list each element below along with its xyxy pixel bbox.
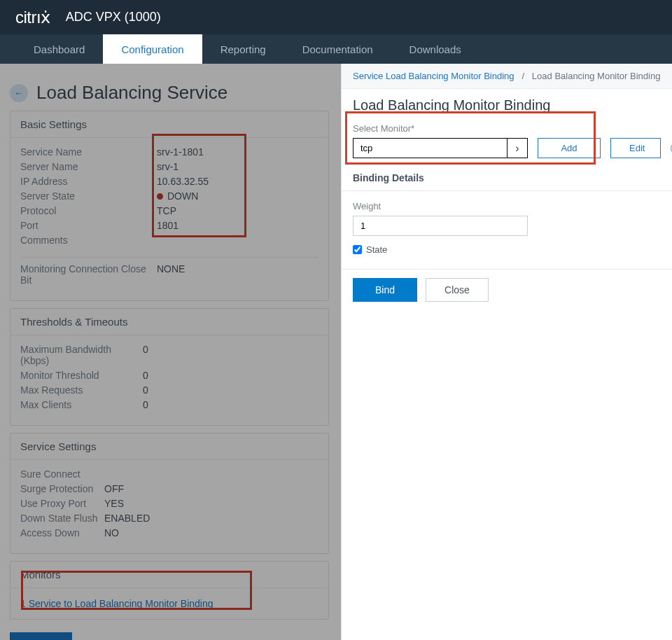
value-server-name: srv-1 xyxy=(157,161,178,172)
close-button[interactable]: Close xyxy=(426,278,489,302)
panel-title: Load Balancing Monitor Binding xyxy=(342,89,672,123)
value-ip-address: 10.63.32.55 xyxy=(157,176,209,187)
breadcrumb-separator: / xyxy=(522,71,524,81)
value-max-clients: 0 xyxy=(143,399,148,410)
add-button[interactable]: Add xyxy=(538,138,601,158)
label-max-requests: Max Requests xyxy=(20,384,143,396)
card-basic-settings: Basic Settings Service Namesrv-1-1801 Se… xyxy=(10,111,329,301)
weight-input[interactable] xyxy=(353,216,528,236)
weight-label: Weight xyxy=(353,201,672,211)
monitor-binding-link[interactable]: 1 Service to Load Balancing Monitor Bind… xyxy=(10,588,328,619)
value-surge-protection: OFF xyxy=(104,483,124,494)
breadcrumb: Service Load Balancing Monitor Binding /… xyxy=(342,64,672,89)
label-max-bandwidth: Maximum Bandwidth (Kbps) xyxy=(20,344,143,366)
select-monitor-label: Select Monitor* xyxy=(353,123,672,134)
value-monitor-threshold: 0 xyxy=(143,370,148,381)
select-monitor-open[interactable]: › xyxy=(507,138,528,158)
value-use-proxy-port: YES xyxy=(104,498,124,509)
label-server-state: Server State xyxy=(20,190,157,202)
value-mcc-bit: NONE xyxy=(157,263,185,286)
label-server-name: Server Name xyxy=(20,161,157,172)
monitors-heading: Monitors xyxy=(10,562,328,588)
basic-settings-heading: Basic Settings xyxy=(10,111,328,138)
service-settings-heading: Service Settings xyxy=(10,433,328,460)
label-mcc-bit: Monitoring Connection Close Bit xyxy=(20,263,157,286)
state-checkbox[interactable] xyxy=(353,245,362,254)
breadcrumb-current: Load Balancing Monitor Binding xyxy=(532,71,661,81)
label-monitor-threshold: Monitor Threshold xyxy=(20,370,143,381)
label-access-down: Access Down xyxy=(20,527,104,538)
label-sure-connect: Sure Connect xyxy=(20,468,104,480)
breadcrumb-link[interactable]: Service Load Balancing Monitor Binding xyxy=(353,71,514,81)
thresholds-heading: Thresholds & Timeouts xyxy=(10,309,328,335)
page-title: Load Balancing Service xyxy=(36,82,227,104)
label-surge-protection: Surge Protection xyxy=(20,483,104,494)
label-ip-address: IP Address xyxy=(20,176,157,187)
product-name: ADC VPX (1000) xyxy=(66,10,161,25)
label-protocol: Protocol xyxy=(20,205,157,216)
logo-text: citrıẋ xyxy=(15,8,50,27)
label-comments: Comments xyxy=(20,235,157,246)
app-header: citrıẋ ADC VPX (1000) xyxy=(0,0,672,34)
done-button[interactable]: Done xyxy=(10,632,72,640)
value-access-down: NO xyxy=(104,527,119,538)
label-max-clients: Max Clients xyxy=(20,399,143,410)
label-port: Port xyxy=(20,220,157,231)
tab-configuration[interactable]: Configuration xyxy=(103,34,202,64)
bind-button[interactable]: Bind xyxy=(353,278,417,302)
tab-downloads[interactable]: Downloads xyxy=(391,34,479,64)
card-monitors: Monitors 1 Service to Load Balancing Mon… xyxy=(10,561,329,620)
main-nav-tabs: Dashboard Configuration Reporting Docume… xyxy=(0,34,672,64)
value-protocol: TCP xyxy=(157,205,176,216)
value-max-requests: 0 xyxy=(143,384,148,396)
right-panel: Service Load Balancing Monitor Binding /… xyxy=(341,64,672,640)
tab-reporting[interactable]: Reporting xyxy=(202,34,284,64)
chevron-right-icon: › xyxy=(515,142,519,155)
select-monitor-input[interactable] xyxy=(353,138,507,158)
value-port: 1801 xyxy=(157,220,178,231)
tab-documentation[interactable]: Documentation xyxy=(284,34,391,64)
arrow-left-icon: ← xyxy=(14,88,24,99)
value-max-bandwidth: 0 xyxy=(143,344,148,366)
state-label: State xyxy=(366,244,387,255)
brand-logo: citrıẋ xyxy=(15,8,50,27)
binding-details-heading: Binding Details xyxy=(353,172,672,188)
back-button[interactable]: ← xyxy=(10,84,28,102)
tab-dashboard[interactable]: Dashboard xyxy=(15,34,103,64)
card-thresholds: Thresholds & Timeouts Maximum Bandwidth … xyxy=(10,308,329,426)
label-service-name: Service Name xyxy=(20,146,157,158)
card-service-settings: Service Settings Sure Connect Surge Prot… xyxy=(10,433,329,554)
edit-button[interactable]: Edit xyxy=(610,138,661,158)
label-down-state-flush: Down State Flush xyxy=(20,513,104,524)
value-service-name: srv-1-1801 xyxy=(157,146,204,158)
left-pane: ← Load Balancing Service Basic Settings … xyxy=(0,64,341,640)
value-server-state: DOWN xyxy=(157,190,198,202)
value-down-state-flush: ENABLED xyxy=(104,513,150,524)
label-use-proxy-port: Use Proxy Port xyxy=(20,498,104,509)
